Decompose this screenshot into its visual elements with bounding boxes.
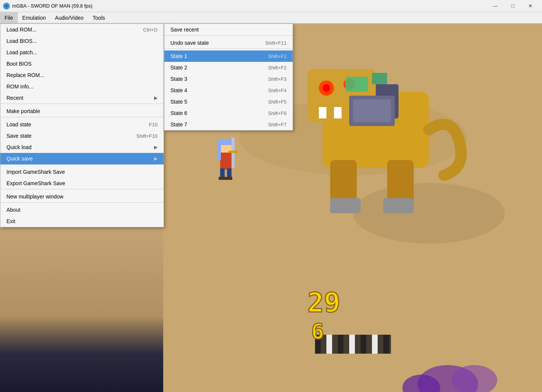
- quick-load-arrow: ▶: [154, 145, 158, 150]
- window-controls: — □ ✕: [487, 0, 539, 12]
- svg-rect-41: [372, 335, 378, 354]
- svg-text:29: 29: [307, 287, 340, 318]
- svg-text:6: 6: [311, 319, 324, 343]
- svg-rect-42: [383, 335, 389, 354]
- state-5-label: State 5: [170, 99, 187, 105]
- state-1-shortcut: Shift+F1: [268, 54, 287, 59]
- title-bar: mGBA - SWORD OF MAN (59.8 fps) — □ ✕: [0, 0, 542, 12]
- menu-emulation[interactable]: Emulation: [18, 12, 50, 23]
- state-2-shortcut: Shift+F2: [268, 65, 287, 71]
- state-1-label: State 1: [170, 53, 187, 59]
- undo-save-label: Undo save state: [170, 40, 209, 46]
- recent-arrow: ▶: [154, 95, 158, 101]
- state-2-label: State 2: [170, 65, 187, 71]
- load-patch-label: Load patch...: [6, 49, 37, 55]
- export-gameshark-label: Export GameShark Save: [6, 180, 65, 186]
- quick-save-arrow: ▶: [154, 156, 158, 161]
- submenu-state-7[interactable]: State 7 Shift+F7: [164, 119, 293, 130]
- state-4-shortcut: Shift+F4: [268, 88, 287, 93]
- state-5-shortcut: Shift+F5: [268, 99, 287, 105]
- rom-info-label: ROM info...: [6, 83, 33, 90]
- submenu-state-2[interactable]: State 2 Shift+F2: [164, 62, 293, 73]
- menu-make-portable[interactable]: Make portable: [0, 105, 164, 117]
- svg-rect-19: [330, 198, 361, 213]
- quick-load-label: Quick load: [6, 144, 32, 150]
- about-label: About: [6, 207, 20, 213]
- new-multiplayer-label: New multiplayer window: [6, 194, 63, 200]
- svg-point-10: [323, 84, 330, 92]
- state-7-shortcut: Shift+F7: [268, 122, 287, 128]
- import-gameshark-label: Import GameShark Save: [6, 169, 65, 175]
- title-bar-text: mGBA - SWORD OF MAN (59.8 fps): [12, 3, 487, 9]
- submenu-state-5[interactable]: State 5 Shift+F5: [164, 96, 293, 107]
- submenu-state-4[interactable]: State 4 Shift+F4: [164, 85, 293, 96]
- close-button[interactable]: ✕: [522, 0, 539, 12]
- menu-tools[interactable]: Tools: [88, 12, 110, 23]
- quick-save-label: Quick save: [6, 156, 33, 162]
- submenu-state-3[interactable]: State 3 Shift+F3: [164, 73, 293, 85]
- menu-load-bios[interactable]: Load BIOS...: [0, 35, 164, 47]
- svg-rect-28: [218, 141, 221, 160]
- load-state-shortcut: F10: [149, 122, 158, 128]
- svg-rect-24: [353, 99, 391, 122]
- load-rom-shortcut: Ctrl+O: [143, 27, 158, 33]
- menu-bar: File Emulation Audio/Video Tools: [0, 12, 542, 24]
- app-icon: [3, 3, 10, 9]
- save-state-shortcut: Shift+F10: [136, 133, 158, 139]
- menu-load-patch[interactable]: Load patch...: [0, 47, 164, 58]
- svg-rect-32: [227, 168, 232, 178]
- boot-bios-label: Boot BIOS: [6, 61, 32, 67]
- svg-rect-13: [311, 107, 319, 118]
- exit-label: Exit: [6, 218, 15, 224]
- svg-rect-34: [225, 177, 232, 180]
- undo-save-shortcut: Shift+F11: [265, 40, 287, 46]
- menu-about[interactable]: About: [0, 204, 164, 216]
- svg-rect-30: [228, 151, 238, 153]
- svg-rect-39: [349, 335, 355, 354]
- menu-replace-rom[interactable]: Replace ROM...: [0, 69, 164, 81]
- menu-rom-info[interactable]: ROM info...: [0, 81, 164, 92]
- svg-rect-38: [338, 335, 343, 354]
- menu-load-rom[interactable]: Load ROM... Ctrl+O: [0, 24, 164, 35]
- replace-rom-label: Replace ROM...: [6, 72, 44, 78]
- minimize-button[interactable]: —: [487, 0, 504, 12]
- menu-new-multiplayer[interactable]: New multiplayer window: [0, 191, 164, 203]
- load-bios-label: Load BIOS...: [6, 38, 37, 44]
- maximize-button[interactable]: □: [504, 0, 522, 12]
- menu-exit[interactable]: Exit: [0, 216, 164, 227]
- make-portable-label: Make portable: [6, 108, 40, 114]
- menu-quick-load[interactable]: Quick load ▶: [0, 142, 164, 153]
- menu-quick-save[interactable]: Quick save ▶: [0, 153, 164, 165]
- submenu-save-recent[interactable]: Save recent: [164, 24, 293, 36]
- svg-rect-25: [220, 153, 232, 170]
- svg-rect-33: [219, 177, 225, 180]
- svg-rect-37: [326, 335, 332, 354]
- svg-rect-14: [326, 107, 334, 118]
- submenu-state-1[interactable]: State 1 Shift+F1: [164, 50, 293, 62]
- svg-rect-40: [361, 335, 366, 354]
- load-state-label: Load state: [6, 121, 31, 128]
- menu-audio-video[interactable]: Audio/Video: [50, 12, 88, 23]
- svg-rect-31: [220, 168, 225, 178]
- game-bottom-dark: [0, 316, 163, 392]
- menu-export-gameshark[interactable]: Export GameShark Save: [0, 178, 164, 189]
- menu-boot-bios[interactable]: Boot BIOS: [0, 58, 164, 69]
- state-3-shortcut: Shift+F3: [268, 76, 287, 82]
- state-6-shortcut: Shift+F6: [268, 110, 287, 116]
- save-recent-label: Save recent: [170, 27, 199, 33]
- recent-label: Recent: [6, 95, 23, 101]
- menu-import-gameshark[interactable]: Import GameShark Save: [0, 166, 164, 178]
- svg-rect-20: [383, 198, 414, 213]
- load-rom-label: Load ROM...: [6, 27, 36, 33]
- save-state-label: Save state: [6, 133, 32, 139]
- svg-point-4: [353, 183, 505, 244]
- submenu-undo-save[interactable]: Undo save state Shift+F11: [164, 37, 293, 49]
- menu-file[interactable]: File: [0, 12, 18, 23]
- submenu-state-6[interactable]: State 6 Shift+F6: [164, 107, 293, 119]
- file-menu-dropdown: Load ROM... Ctrl+O Load BIOS... Load pat…: [0, 24, 164, 227]
- menu-recent[interactable]: Recent ▶: [0, 92, 164, 104]
- menu-save-state[interactable]: Save state Shift+F10: [0, 130, 164, 142]
- svg-point-1: [5, 5, 8, 7]
- menu-load-state[interactable]: Load state F10: [0, 119, 164, 130]
- svg-rect-21: [345, 77, 368, 92]
